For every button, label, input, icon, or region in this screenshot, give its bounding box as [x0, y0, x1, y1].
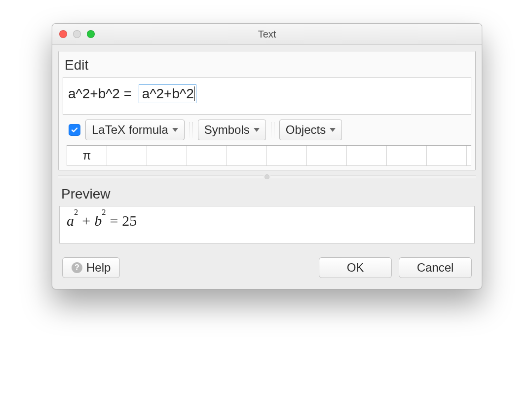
- symbol-tab-empty[interactable]: [427, 146, 467, 165]
- edit-input-area[interactable]: a^2+b^2 = a^2+b^2: [63, 77, 471, 115]
- preview-section-label: Preview: [58, 184, 476, 206]
- symbol-tab-empty[interactable]: [147, 146, 187, 165]
- symbol-tab-empty[interactable]: [107, 146, 147, 165]
- objects-dropdown[interactable]: Objects: [279, 120, 342, 140]
- minimize-icon: [73, 30, 81, 38]
- text-caret: [194, 86, 195, 101]
- zoom-icon[interactable]: [87, 30, 95, 38]
- check-icon: [71, 126, 78, 134]
- objects-label: Objects: [286, 123, 326, 137]
- chevron-down-icon: [330, 128, 336, 132]
- chevron-down-icon: [254, 128, 260, 132]
- edit-inline-field[interactable]: a^2+b^2: [139, 84, 196, 103]
- math-plus: +: [78, 212, 94, 229]
- window-controls: [52, 30, 95, 38]
- symbol-tab-empty[interactable]: [227, 146, 267, 165]
- chevron-down-icon: [172, 128, 178, 132]
- toolbar-separator: [190, 122, 193, 137]
- cancel-button[interactable]: Cancel: [399, 257, 472, 278]
- math-a: a: [67, 212, 74, 229]
- toolbar-separator: [271, 122, 274, 137]
- edit-static-text: a^2+b^2 =: [68, 86, 136, 102]
- symbol-tab-empty[interactable]: [387, 146, 427, 165]
- latex-formula-dropdown[interactable]: LaTeX formula: [85, 120, 185, 140]
- preview-box: a2 + b2 = 25: [59, 206, 475, 243]
- math-result: 25: [122, 212, 137, 229]
- math-b: b: [94, 212, 102, 229]
- help-button[interactable]: ? Help: [62, 257, 120, 278]
- divider-bar: [58, 175, 264, 178]
- dialog-footer: ? Help OK Cancel: [58, 243, 476, 280]
- latex-checkbox[interactable]: [69, 124, 80, 136]
- math-eq: =: [106, 212, 122, 229]
- symbol-tab-empty[interactable]: [307, 146, 347, 165]
- symbols-label: Symbols: [204, 123, 250, 137]
- edit-section-label: Edit: [63, 55, 471, 77]
- symbol-tab-strip: π: [67, 145, 471, 166]
- edit-panel: Edit a^2+b^2 = a^2+b^2 LaTeX formula: [58, 51, 476, 170]
- help-icon: ?: [72, 262, 82, 273]
- divider-grip-icon: [265, 174, 269, 179]
- ok-button[interactable]: OK: [319, 257, 392, 278]
- edit-toolbar: LaTeX formula Symbols Objects: [63, 115, 471, 143]
- symbol-tab-empty[interactable]: [347, 146, 387, 165]
- divider-bar: [270, 175, 476, 178]
- symbol-tab-empty[interactable]: [267, 146, 307, 165]
- dialog-body: Edit a^2+b^2 = a^2+b^2 LaTeX formula: [52, 45, 482, 289]
- symbol-tab-empty[interactable]: [187, 146, 227, 165]
- preview-formula: a2 + b2 = 25: [67, 212, 467, 229]
- close-icon[interactable]: [59, 30, 67, 38]
- latex-formula-label: LaTeX formula: [92, 123, 168, 137]
- symbols-dropdown[interactable]: Symbols: [198, 120, 266, 140]
- title-bar: Text: [52, 24, 482, 45]
- symbol-tab-pi[interactable]: π: [67, 146, 107, 165]
- window-title: Text: [52, 29, 482, 40]
- text-dialog-window: Text Edit a^2+b^2 = a^2+b^2 LaTeX form: [52, 23, 482, 289]
- edit-field-text: a^2+b^2: [142, 86, 194, 102]
- pane-divider[interactable]: [58, 170, 476, 184]
- help-label: Help: [86, 261, 111, 275]
